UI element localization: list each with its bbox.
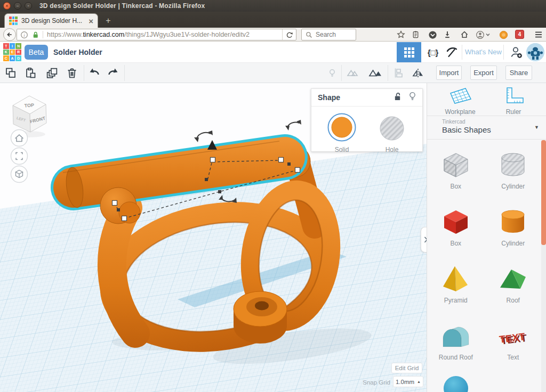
- avatar-robot-image: [526, 43, 544, 61]
- shapes-sidebar: Workplane Ruler Tinkercad Basic Shapes ▼: [427, 83, 546, 392]
- shape-item-box-hole[interactable]: Box: [427, 140, 485, 197]
- minecraft-pickaxe-button[interactable]: [443, 45, 461, 60]
- shape-panel-title: Shape: [318, 93, 394, 102]
- shape-item-box-solid[interactable]: Box: [427, 197, 485, 254]
- search-box[interactable]: [301, 29, 356, 40]
- window-maximize-button[interactable]: ▫: [25, 2, 32, 10]
- https-lock-icon[interactable]: [31, 30, 39, 39]
- site-info-icon[interactable]: i: [20, 31, 28, 39]
- browser-navbar: i https://www.tinkercad.com/things/1JWgy…: [0, 28, 546, 42]
- lightbulb-icon[interactable]: [409, 92, 416, 103]
- shape-item-partial-next-row[interactable]: [427, 368, 485, 392]
- header-divider: [462, 45, 462, 60]
- group-button[interactable]: [346, 66, 360, 80]
- shape-item-round-roof[interactable]: Round Roof: [427, 311, 485, 368]
- paste-button[interactable]: [23, 66, 38, 80]
- download-icon[interactable]: [441, 29, 454, 40]
- header-divider: [503, 45, 504, 60]
- extension-orange-icon[interactable]: [497, 29, 510, 40]
- home-view-button[interactable]: [11, 130, 28, 146]
- copy-button[interactable]: [3, 66, 18, 80]
- tab-bar: 3D design Solder H... × +: [0, 12, 546, 28]
- lock-icon[interactable]: [394, 92, 402, 103]
- shape-inspector-panel: Shape Solid Hole: [311, 88, 423, 152]
- dashboard-grid-button[interactable]: [397, 42, 421, 62]
- ruler-tool[interactable]: Ruler: [487, 85, 540, 116]
- category-dropdown-icon[interactable]: ▼: [534, 125, 539, 130]
- user-avatar[interactable]: [526, 43, 544, 61]
- tinkercad-header: TIN KER CAD Beta Solder Holder {□} What'…: [0, 42, 546, 63]
- search-icon: [305, 31, 313, 39]
- reading-list-icon[interactable]: [409, 29, 422, 40]
- front-nub[interactable]: [234, 291, 287, 344]
- grid-icon: [404, 47, 414, 58]
- solid-swatch-icon: [327, 112, 357, 142]
- box-red-icon: [439, 205, 473, 239]
- shape-item-roof[interactable]: Roof: [485, 254, 542, 311]
- back-button[interactable]: [3, 28, 16, 41]
- solid-label: Solid: [323, 146, 360, 153]
- fit-view-button[interactable]: [11, 148, 28, 165]
- menu-hamburger-icon[interactable]: [532, 29, 545, 40]
- workspace: TOP FRONT LEFT: [0, 83, 546, 392]
- tinkercad-favicon: [9, 17, 18, 25]
- window-close-button[interactable]: ×: [3, 2, 11, 10]
- window-titlebar: × − ▫ 3D design Solder Holder | Tinkerca…: [0, 0, 546, 12]
- share-button[interactable]: Share: [505, 66, 532, 80]
- snap-grid-label: Snap Grid: [352, 379, 390, 386]
- tab-close-icon[interactable]: ×: [89, 17, 93, 26]
- url-text: https://www.tinkercad.com/things/1JWgyu3…: [47, 31, 282, 38]
- view-cube-top-label[interactable]: TOP: [24, 102, 34, 109]
- workplane-icon: [446, 85, 474, 105]
- toolbar-divider: [341, 65, 342, 81]
- profile-chevron-icon[interactable]: [484, 29, 492, 40]
- ungroup-button[interactable]: [368, 66, 383, 80]
- svg-text:i: i: [23, 32, 25, 37]
- snap-grid-dropdown[interactable]: 1.0mm ▲: [393, 376, 423, 387]
- redo-button[interactable]: [106, 66, 121, 80]
- whats-new-link[interactable]: What's New: [465, 48, 502, 56]
- sidebar-scrollbar-thumb[interactable]: [541, 140, 546, 245]
- sphere-icon: [444, 376, 468, 392]
- import-button[interactable]: Import: [436, 66, 462, 80]
- export-button[interactable]: Export: [470, 66, 497, 80]
- search-input[interactable]: [316, 31, 353, 38]
- reload-button[interactable]: [282, 29, 296, 40]
- edit-grid-button[interactable]: Edit Grid: [391, 363, 422, 373]
- hole-option[interactable]: Hole: [373, 112, 411, 153]
- window-title: 3D design Solder Holder | Tinkercad - Mo…: [39, 2, 205, 10]
- pickaxe-icon: [445, 46, 458, 59]
- toolbar-divider: [84, 65, 84, 81]
- mirror-button[interactable]: [411, 66, 425, 80]
- url-bar[interactable]: i https://www.tinkercad.com/things/1JWgy…: [17, 29, 296, 40]
- duplicate-button[interactable]: [44, 66, 59, 80]
- invite-user-button[interactable]: [507, 45, 526, 60]
- window-minimize-button[interactable]: −: [14, 2, 21, 10]
- category-kicker: Tinkercad: [442, 119, 465, 125]
- shape-item-cylinder-solid[interactable]: Cylinder: [485, 197, 542, 254]
- browser-tab[interactable]: 3D design Solder H... ×: [4, 13, 98, 28]
- hole-swatch-icon: [377, 112, 407, 142]
- solid-option[interactable]: Solid: [323, 112, 360, 153]
- tinkercad-logo[interactable]: TIN KER CAD: [3, 43, 21, 61]
- bookmark-star-icon[interactable]: [395, 29, 407, 40]
- hole-label: Hole: [373, 146, 411, 153]
- show-all-button[interactable]: [325, 66, 340, 80]
- pocket-icon[interactable]: [426, 29, 439, 40]
- align-button[interactable]: [391, 66, 406, 80]
- new-tab-button[interactable]: +: [101, 15, 115, 27]
- shape-item-pyramid[interactable]: Pyramid: [427, 254, 485, 311]
- delete-button[interactable]: [65, 66, 79, 80]
- view-nav-buttons: [11, 130, 28, 183]
- shape-item-text[interactable]: TEXT TEXT Text: [485, 311, 542, 368]
- workplane-tool[interactable]: Workplane: [433, 85, 487, 116]
- design-title[interactable]: Solder Holder: [53, 48, 102, 56]
- perspective-view-button[interactable]: [11, 166, 28, 183]
- codeblocks-button[interactable]: {□}: [422, 45, 444, 60]
- home-icon[interactable]: [458, 29, 471, 40]
- notification-badge[interactable]: 4: [515, 30, 524, 39]
- round-roof-icon: [439, 319, 473, 353]
- shape-item-cylinder-hole[interactable]: Cylinder: [485, 140, 542, 197]
- undo-button[interactable]: [87, 66, 102, 80]
- category-title[interactable]: Basic Shapes: [442, 125, 491, 134]
